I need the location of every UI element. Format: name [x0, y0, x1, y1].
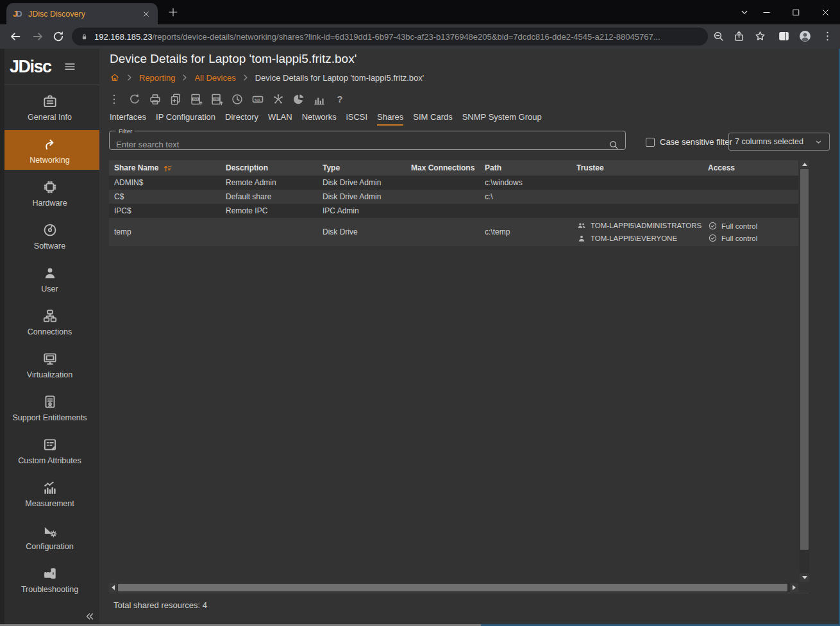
- breadcrumb-link[interactable]: All Devices: [194, 73, 235, 83]
- sidebar-item-configuration[interactable]: Configuration: [0, 516, 99, 556]
- home-icon[interactable]: [110, 72, 120, 83]
- sidebar-item-general-info[interactable]: General Info: [0, 87, 99, 127]
- column-header-type[interactable]: Type: [317, 163, 406, 172]
- browser-tab[interactable]: JD JDisc Discovery: [6, 3, 158, 24]
- bookmark-star-icon[interactable]: [753, 29, 767, 43]
- tab-interfaces[interactable]: Interfaces: [110, 112, 146, 126]
- topology-icon[interactable]: [271, 92, 285, 106]
- tab-iscsi[interactable]: iSCSI: [346, 112, 367, 126]
- sidebar-item-label: Virtualization: [27, 370, 72, 379]
- sidebar-collapse-icon[interactable]: [84, 611, 96, 622]
- search-icon[interactable]: [608, 139, 619, 151]
- scroll-right-button[interactable]: [790, 583, 798, 592]
- hamburger-menu-icon[interactable]: [63, 60, 77, 74]
- svg-text:CSV: CSV: [214, 97, 219, 101]
- column-header-trustee[interactable]: Trustee: [571, 163, 703, 172]
- scroll-up-button[interactable]: [800, 160, 809, 169]
- tab-snmp-system-group[interactable]: SNMP System Group: [462, 112, 542, 126]
- tab-directory[interactable]: Directory: [225, 112, 258, 126]
- table-header-row: Share NameDescriptionTypeMax Connections…: [109, 160, 798, 176]
- scroll-left-button[interactable]: [109, 583, 117, 592]
- check-circle-icon: [708, 233, 718, 243]
- back-icon[interactable]: [8, 29, 22, 44]
- sidebar-item-hardware[interactable]: Hardware: [0, 173, 99, 213]
- horizontal-scrollbar[interactable]: [109, 583, 798, 592]
- access-label: Full control: [721, 235, 757, 242]
- tab-close-icon[interactable]: [141, 9, 151, 19]
- vertical-scrollbar[interactable]: [800, 160, 809, 582]
- help-icon[interactable]: ?: [333, 92, 347, 106]
- tab-ip-configuration[interactable]: IP Configuration: [156, 112, 215, 126]
- close-button[interactable]: [811, 0, 840, 24]
- jdisc-favicon: JD: [13, 9, 23, 19]
- export-csv-icon[interactable]: CSV: [210, 92, 224, 106]
- pie-chart-icon[interactable]: [292, 92, 306, 106]
- copy-report-icon[interactable]: [169, 92, 183, 106]
- column-header-max-connections[interactable]: Max Connections: [406, 163, 480, 172]
- print-icon[interactable]: [148, 92, 162, 106]
- profile-avatar-icon[interactable]: [798, 29, 812, 44]
- case-sensitive-checkbox[interactable]: [646, 138, 655, 147]
- tab-search-chevron-icon[interactable]: [739, 6, 750, 18]
- refresh-icon[interactable]: [128, 92, 142, 106]
- cell-access: Full controlFull control: [703, 218, 798, 245]
- breadcrumb-link[interactable]: Reporting: [139, 73, 175, 83]
- search-input[interactable]: [116, 140, 601, 149]
- forward-icon[interactable]: [31, 29, 45, 44]
- filter-legend: Filter: [116, 128, 135, 135]
- new-tab-icon[interactable]: [167, 6, 180, 19]
- sql-icon[interactable]: SQL: [251, 92, 265, 106]
- sort-ascending-icon: [162, 163, 173, 174]
- table-row[interactable]: C$Default shareDisk Drive Adminc:\: [109, 190, 798, 204]
- horizontal-scrollbar-thumb[interactable]: [118, 584, 787, 591]
- side-panel-icon[interactable]: [777, 29, 791, 43]
- column-header-description[interactable]: Description: [221, 163, 317, 172]
- table-row[interactable]: tempDisk Drivec:\tempTOM-LAPPI5\ADMINIST…: [109, 218, 798, 246]
- sidebar-item-troubleshooting[interactable]: Troubleshooting: [0, 559, 99, 599]
- sidebar-item-support-entitlements[interactable]: Support Entitlements: [0, 388, 99, 427]
- column-header-label: Trustee: [576, 163, 604, 172]
- tab-wlan[interactable]: WLAN: [268, 112, 292, 126]
- reload-icon[interactable]: [51, 29, 65, 44]
- sidebar-item-custom-attributes[interactable]: Custom Attributes: [0, 431, 99, 470]
- lock-icon: [80, 32, 89, 42]
- browser-menu-kebab-icon[interactable]: [821, 29, 834, 43]
- configuration-icon: [42, 522, 58, 539]
- address-bar[interactable]: 192.168.185.23/reports/device-details/ne…: [72, 28, 708, 45]
- scroll-down-button[interactable]: [800, 573, 809, 582]
- column-header-path[interactable]: Path: [480, 163, 571, 172]
- sidebar-item-user[interactable]: User: [0, 259, 99, 299]
- column-header-label: Path: [485, 163, 501, 172]
- tab-networks[interactable]: Networks: [302, 112, 337, 126]
- tab-sim-cards[interactable]: SIM Cards: [413, 112, 452, 126]
- share-icon[interactable]: [732, 29, 746, 43]
- jdisc-logo: JDisc: [10, 57, 51, 77]
- sidebar-item-networking[interactable]: Networking: [0, 130, 99, 170]
- sidebar-item-measurement[interactable]: Measurement: [0, 474, 99, 513]
- minimize-button[interactable]: [752, 0, 781, 24]
- tab-shares[interactable]: Shares: [377, 112, 403, 126]
- user-icon: [42, 265, 58, 281]
- table-row[interactable]: IPC$Remote IPCIPC Admin: [109, 204, 798, 218]
- column-header-share-name[interactable]: Share Name: [109, 163, 221, 174]
- cell-type: Disk Drive: [317, 227, 406, 236]
- connections-icon: [42, 308, 58, 324]
- sidebar-item-connections[interactable]: Connections: [0, 302, 99, 342]
- support-entitlements-icon: [42, 393, 58, 410]
- window-left-edge: [0, 49, 4, 624]
- table-row[interactable]: ADMIN$Remote AdminDisk Drive Adminc:\win…: [109, 176, 798, 190]
- column-header-access[interactable]: Access: [703, 163, 798, 172]
- cell-share-name: temp: [109, 227, 221, 236]
- sidebar-item-software[interactable]: Software: [0, 216, 99, 256]
- sidebar-item-virtualization[interactable]: Virtualization: [0, 345, 99, 384]
- main-content: Device Details for Laptop 'tom-lappi5.fr…: [99, 49, 840, 626]
- vertical-scrollbar-thumb[interactable]: [800, 169, 809, 550]
- columns-select[interactable]: 7 columns selected: [728, 133, 830, 151]
- more-options-icon[interactable]: [107, 92, 121, 106]
- maximize-button[interactable]: [781, 0, 811, 24]
- cell-description: Default share: [221, 192, 317, 201]
- export-xls-icon[interactable]: XLS: [189, 92, 203, 106]
- zoom-out-icon[interactable]: [712, 29, 725, 43]
- schedule-icon[interactable]: [230, 92, 244, 106]
- bar-chart-icon[interactable]: [312, 92, 326, 106]
